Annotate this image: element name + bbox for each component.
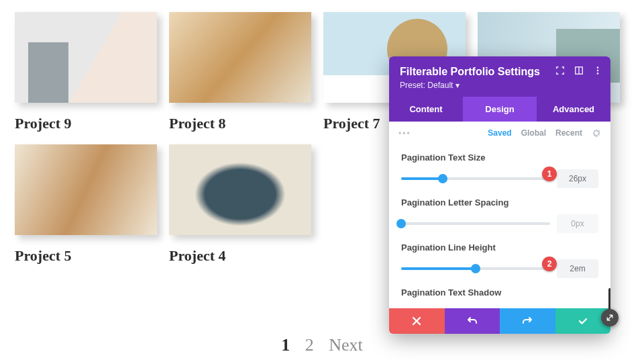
portfolio-card[interactable]: Project 5	[15, 144, 157, 265]
control-label: Pagination Text Shadow	[401, 287, 598, 298]
svg-point-4	[597, 73, 599, 75]
value-text-size[interactable]: 26px	[557, 169, 598, 188]
tab-content[interactable]: Content	[389, 97, 463, 122]
pagination-page-current[interactable]: 1	[281, 335, 290, 355]
portfolio-title[interactable]: Project 4	[169, 247, 311, 265]
gear-icon[interactable]	[592, 128, 601, 138]
filter-row: ••• Saved Global Recent	[389, 122, 610, 142]
filter-recent[interactable]: Recent	[555, 128, 582, 138]
svg-point-2	[597, 66, 599, 69]
expand-panel-button[interactable]	[601, 309, 619, 326]
preset-value: Default	[427, 81, 453, 90]
portfolio-thumb[interactable]	[15, 144, 157, 235]
more-icon[interactable]	[593, 66, 602, 75]
panel-footer	[389, 308, 610, 334]
settings-panel: Filterable Portfolio Settings Preset: De…	[389, 56, 610, 334]
control-letter-spacing: Pagination Letter Spacing 0px	[401, 197, 598, 233]
columns-icon[interactable]	[574, 66, 584, 75]
value-letter-spacing[interactable]: 0px	[557, 214, 598, 233]
panel-header[interactable]: Filterable Portfolio Settings Preset: De…	[389, 56, 610, 97]
filter-global[interactable]: Global	[521, 128, 546, 138]
focus-icon[interactable]	[555, 66, 565, 75]
slider-text-size[interactable]	[401, 177, 550, 180]
control-label: Pagination Text Size	[401, 152, 598, 163]
portfolio-card[interactable]: Project 4	[169, 144, 311, 265]
tab-design[interactable]: Design	[463, 97, 537, 122]
preset-label: Preset:	[400, 81, 425, 90]
tab-advanced[interactable]: Advanced	[537, 97, 610, 122]
portfolio-title[interactable]: Project 8	[169, 115, 311, 132]
portfolio-card[interactable]: Project 8	[169, 12, 311, 132]
cancel-button[interactable]	[389, 308, 445, 334]
portfolio-card[interactable]: Project 9	[15, 12, 157, 132]
portfolio-thumb[interactable]	[15, 12, 157, 103]
control-label: Pagination Line Height	[401, 242, 598, 253]
more-dots-icon[interactable]: •••	[398, 128, 478, 138]
pagination: 1 2 Next	[0, 335, 644, 355]
control-text-size: Pagination Text Size 26px 1	[401, 152, 598, 188]
svg-point-3	[597, 70, 599, 72]
annotation-badge-2: 2	[542, 257, 557, 271]
portfolio-title[interactable]: Project 5	[15, 247, 157, 265]
redo-button[interactable]	[500, 308, 555, 334]
control-label: Pagination Letter Spacing	[401, 197, 598, 208]
portfolio-thumb[interactable]	[169, 12, 311, 103]
panel-tabs: Content Design Advanced	[389, 97, 610, 122]
chevron-down-icon: ▾	[455, 81, 460, 90]
value-line-height[interactable]: 2em	[557, 259, 598, 278]
control-text-shadow: Pagination Text Shadow	[401, 287, 598, 298]
slider-line-height[interactable]	[401, 267, 550, 270]
annotation-badge-1: 1	[542, 167, 557, 181]
pagination-page[interactable]: 2	[305, 335, 314, 355]
panel-body: Pagination Text Size 26px 1 Pagination L…	[389, 142, 610, 308]
slider-letter-spacing[interactable]	[401, 222, 550, 225]
portfolio-title[interactable]: Project 9	[15, 115, 157, 132]
control-line-height: Pagination Line Height 2em 2	[401, 242, 598, 278]
preset-row[interactable]: Preset: Default ▾	[400, 81, 600, 90]
portfolio-thumb[interactable]	[169, 144, 311, 235]
filter-saved[interactable]: Saved	[488, 128, 511, 138]
undo-button[interactable]	[445, 308, 500, 334]
pagination-next[interactable]: Next	[329, 335, 363, 355]
